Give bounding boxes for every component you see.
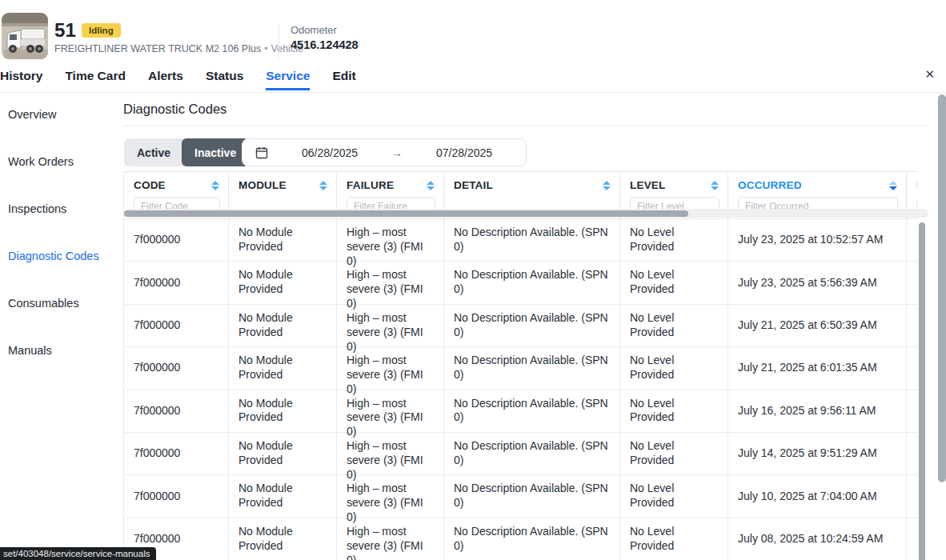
table-body: 7f000000No Module ProvidedHigh – most se…: [124, 219, 917, 560]
table-row[interactable]: 7f000000No Module ProvidedHigh – most se…: [124, 390, 917, 433]
table-row[interactable]: 7f000000No Module ProvidedHigh – most se…: [124, 518, 917, 560]
cell-occurred: July 16, 2025 at 9:56:11 AM: [728, 390, 907, 432]
cell-occurred: July 10, 2025 at 7:04:00 AM: [728, 475, 907, 517]
cell-detail: No Description Available. (SPN 0): [444, 433, 620, 474]
cell-failure: High – most severe (3) (FMI 0): [337, 262, 444, 303]
cell-detail: No Description Available. (SPN 0): [444, 390, 620, 432]
cell-code: 7f000000: [124, 390, 229, 432]
tab-service[interactable]: Service: [266, 67, 310, 90]
tab-time-card[interactable]: Time Card: [65, 67, 126, 90]
sidebar-item-diagnostic-codes[interactable]: Diagnostic Codes: [8, 250, 116, 262]
cell-detail: No Description Available. (SPN 0): [444, 518, 620, 560]
sort-icon-code[interactable]: [211, 181, 219, 190]
table-row[interactable]: 7f000000No Module ProvidedHigh – most se…: [124, 475, 917, 518]
cell-code: 7f000000: [124, 262, 229, 303]
sidebar-item-overview[interactable]: Overview: [8, 108, 116, 121]
active-toggle-button[interactable]: Active: [124, 138, 183, 166]
cell-module: No Module Provided: [229, 219, 337, 261]
page-vertical-scrollbar-thumb[interactable]: [938, 94, 946, 482]
table-vertical-scrollbar-thumb[interactable]: [919, 222, 925, 560]
cell-level: No Level Provided: [620, 518, 728, 560]
cell-code: 7f000000: [124, 433, 229, 474]
cell-detail: No Description Available. (SPN 0): [444, 305, 620, 346]
sidebar-item-work-orders[interactable]: Work Orders: [8, 155, 116, 168]
cell-occurred: July 23, 2025 at 10:52:57 AM: [728, 219, 907, 261]
active-inactive-toggle: Active Inactive: [124, 138, 249, 166]
sort-icon-level[interactable]: [711, 181, 719, 190]
service-sidebar: OverviewWork OrdersInspectionsDiagnostic…: [8, 108, 116, 391]
cell-module: No Module Provided: [229, 262, 337, 303]
column-label-extra: L: [916, 179, 917, 191]
cell-level: No Level Provided: [620, 347, 728, 389]
status-badge: Idling: [82, 23, 121, 38]
tab-alerts[interactable]: Alerts: [148, 67, 183, 90]
sidebar-item-manuals[interactable]: Manuals: [8, 344, 116, 357]
cell-failure: High – most severe (3) (FMI 0): [337, 305, 444, 346]
cell-occurred: July 14, 2025 at 9:51:29 AM: [728, 433, 907, 474]
column-label-level: LEVEL: [630, 179, 720, 191]
cell-detail: No Description Available. (SPN 0): [444, 219, 620, 261]
cell-code: 7f000000: [124, 347, 229, 389]
vehicle-name: FREIGHTLINER WATER TRUCK M2 106 Plus: [54, 43, 261, 54]
cell-level: No Level Provided: [620, 219, 728, 261]
cell-failure: High – most severe (3) (FMI 0): [337, 347, 444, 389]
cell-detail: No Description Available. (SPN 0): [444, 347, 620, 389]
column-label-module: MODULE: [239, 179, 328, 191]
horizontal-scrollbar-track[interactable]: [124, 209, 928, 218]
cell-detail: No Description Available. (SPN 0): [444, 475, 620, 517]
horizontal-scrollbar-thumb[interactable]: [124, 210, 688, 217]
table-row[interactable]: 7f000000No Module ProvidedHigh – most se…: [124, 219, 917, 262]
cell-extra: [907, 433, 917, 474]
date-range-arrow-icon: →: [391, 146, 403, 159]
column-label-occurred: OCCURRED: [738, 179, 898, 191]
cell-module: No Module Provided: [229, 347, 337, 389]
close-icon[interactable]: ✕: [924, 68, 935, 80]
cell-failure: High – most severe (3) (FMI 0): [337, 518, 444, 560]
cell-module: No Module Provided: [229, 518, 337, 560]
start-date-input[interactable]: 06/28/2025: [268, 146, 391, 159]
table-row[interactable]: 7f000000No Module ProvidedHigh – most se…: [124, 262, 917, 304]
tab-status[interactable]: Status: [206, 67, 243, 90]
end-date-input[interactable]: 07/28/2025: [403, 146, 526, 159]
tab-edit[interactable]: Edit: [332, 67, 355, 90]
title-divider: [123, 126, 928, 126]
cell-code: 7f000000: [124, 305, 229, 346]
date-range-picker[interactable]: 06/28/2025 → 07/28/2025: [242, 138, 527, 166]
page-title: Diagnostic Codes: [123, 102, 226, 117]
sidebar-item-inspections[interactable]: Inspections: [8, 202, 116, 215]
truck-photo-graphic: [2, 13, 48, 59]
cell-failure: High – most severe (3) (FMI 0): [337, 433, 444, 474]
vehicle-subtitle: FREIGHTLINER WATER TRUCK M2 106 Plus•Veh…: [54, 43, 303, 54]
tab-bar: HistoryTime CardAlertsStatusServiceEdit: [0, 67, 946, 93]
cell-detail: No Description Available. (SPN 0): [444, 262, 620, 303]
sort-icon-occurred[interactable]: [889, 181, 897, 190]
cell-level: No Level Provided: [620, 262, 728, 303]
table-row[interactable]: 7f000000No Module ProvidedHigh – most se…: [124, 347, 917, 390]
sort-icon-detail[interactable]: [603, 181, 611, 190]
cell-module: No Module Provided: [229, 390, 337, 432]
column-label-failure: FAILURE: [347, 179, 435, 191]
table-row[interactable]: 7f000000No Module ProvidedHigh – most se…: [124, 305, 917, 347]
subtitle-separator: •: [264, 43, 267, 54]
cell-occurred: July 21, 2025 at 6:01:35 AM: [728, 347, 907, 389]
cell-extra: [907, 347, 917, 389]
cell-extra: [907, 219, 917, 261]
sort-icon-module[interactable]: [319, 181, 327, 190]
inactive-toggle-button[interactable]: Inactive: [182, 138, 249, 166]
vehicle-service-panel: 51 Idling FREIGHTLINER WATER TRUCK M2 10…: [0, 0, 946, 560]
cell-occurred: July 08, 2025 at 10:24:59 AM: [728, 518, 907, 560]
cell-extra: [907, 518, 917, 560]
cell-extra: [907, 390, 917, 432]
calendar-icon[interactable]: [255, 146, 268, 159]
table-row[interactable]: 7f000000No Module ProvidedHigh – most se…: [124, 433, 917, 475]
tab-history[interactable]: History: [0, 67, 42, 90]
cell-failure: High – most severe (3) (FMI 0): [337, 390, 444, 432]
cell-level: No Level Provided: [620, 305, 728, 346]
sort-icon-failure[interactable]: [427, 181, 435, 190]
vehicle-number: 51: [54, 19, 76, 42]
cell-module: No Module Provided: [229, 475, 337, 517]
cell-code: 7f000000: [124, 475, 229, 517]
sidebar-item-consumables[interactable]: Consumables: [8, 297, 116, 310]
cell-level: No Level Provided: [620, 433, 728, 474]
cell-extra: [907, 305, 917, 346]
